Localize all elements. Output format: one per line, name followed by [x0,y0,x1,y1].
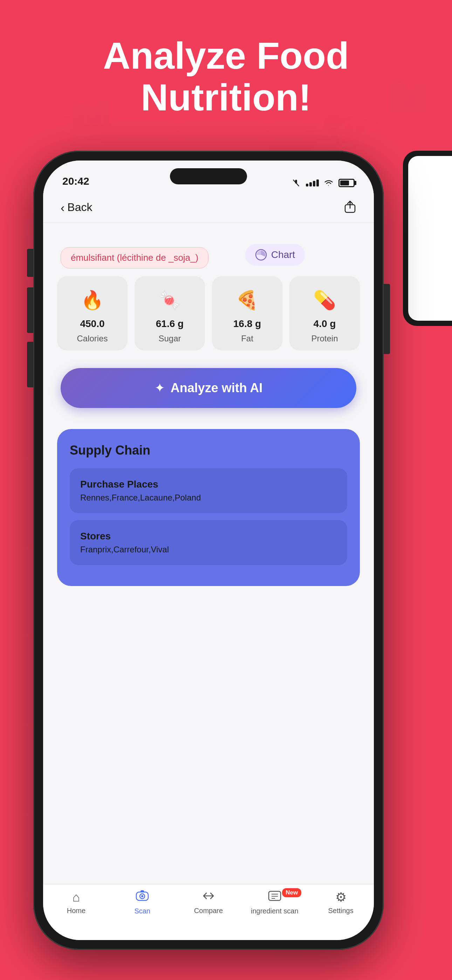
calories-icon: 🔥 [78,286,107,314]
compare-icon [202,890,215,905]
back-button[interactable]: ‹ Back [60,201,92,214]
share-icon [344,200,357,214]
chart-label: Chart [271,249,295,261]
battery-fill [340,180,349,185]
stores-title: Stores [80,531,337,542]
tab-ingredient-scan[interactable]: New ingredient scan [242,890,308,915]
stores-item: Stores Franprix,Carrefour,Vival [70,520,347,565]
ingredient-text: émulsifiant (lécithine de _soja_) [71,252,198,263]
purchase-places-item: Purchase Places Rennes,France,Lacaune,Po… [70,468,347,513]
dynamic-island [170,168,247,185]
analyze-label: Analyze with AI [170,381,263,395]
second-phone [403,151,452,326]
phone-screen: 20:42 [43,161,374,940]
fat-icon: 🍕 [233,286,261,314]
protein-value: 4.0 g [314,318,336,329]
second-phone-screen [408,156,452,321]
home-icon: ⌂ [73,890,80,905]
calories-label: Calories [77,334,108,344]
purchase-places-title: Purchase Places [80,479,337,490]
mute-button[interactable] [27,249,33,277]
new-badge: New [282,888,301,897]
chart-button[interactable]: Chart [245,244,305,266]
stores-value: Franprix,Carrefour,Vival [80,545,337,555]
mute-icon [291,179,301,187]
back-label: Back [67,201,92,214]
scan-icon [135,890,149,905]
status-icons [291,179,355,187]
nutrition-grid: 🔥 450.0 Calories 🍬 61.6 g Sugar 🍕 16.8 g… [57,276,360,350]
header-line2: Nutrition! [141,76,311,118]
tab-bar: ⌂ Home Scan [43,884,374,940]
analyze-ai-button[interactable]: ✦ Analyze with AI [60,368,357,408]
chart-icon [255,249,267,261]
sugar-value: 61.6 g [156,318,184,329]
wifi-icon [324,179,334,187]
supply-chain-card: Supply Chain Purchase Places Rennes,Fran… [57,429,360,586]
sparkle-icon: ✦ [154,381,165,395]
fat-card[interactable]: 🍕 16.8 g Fat [212,276,282,350]
settings-icon: ⚙ [335,890,347,905]
scroll-content: émulsifiant (lécithine de _soja_) Chart … [43,223,374,884]
svg-point-12 [141,895,143,897]
tab-home-label: Home [67,907,86,915]
svg-rect-13 [140,890,144,892]
fat-value: 16.8 g [233,318,261,329]
tab-scan-label: Scan [134,907,150,915]
tab-ingredient-label: ingredient scan [251,907,299,915]
volume-up-button[interactable] [27,287,33,333]
ingredient-tag: émulsifiant (lécithine de _soja_) [60,247,208,269]
tab-scan[interactable]: Scan [109,890,175,915]
calories-value: 450.0 [80,318,104,329]
navigation-bar: ‹ Back [43,192,374,223]
protein-label: Protein [311,334,338,344]
protein-icon: 💊 [311,286,339,314]
share-button[interactable] [344,200,357,215]
supply-chain-title: Supply Chain [70,443,347,458]
volume-down-button[interactable] [27,342,33,387]
status-time: 20:42 [62,175,89,187]
tab-compare[interactable]: Compare [175,890,242,915]
back-arrow-icon: ‹ [60,202,64,213]
phone-device: 20:42 [33,151,384,950]
fat-label: Fat [241,334,253,344]
calories-card[interactable]: 🔥 450.0 Calories [57,276,127,350]
tab-home[interactable]: ⌂ Home [43,890,109,915]
tab-compare-label: Compare [194,907,223,915]
purchase-places-value: Rennes,France,Lacaune,Poland [80,493,337,503]
protein-card[interactable]: 💊 4.0 g Protein [290,276,360,350]
sugar-icon: 🍬 [156,286,184,314]
page-header: Analyze Food Nutrition! [0,35,452,118]
sugar-label: Sugar [158,334,181,344]
phone-shell: 20:42 [33,151,384,950]
battery-icon [339,179,355,187]
ingredient-scan-icon [268,890,282,905]
tab-settings-label: Settings [328,907,353,915]
power-button[interactable] [384,284,390,354]
sugar-card[interactable]: 🍬 61.6 g Sugar [135,276,205,350]
header-line1: Analyze Food [103,34,349,77]
tab-settings[interactable]: ⚙ Settings [308,890,374,915]
signal-icon [306,180,319,186]
